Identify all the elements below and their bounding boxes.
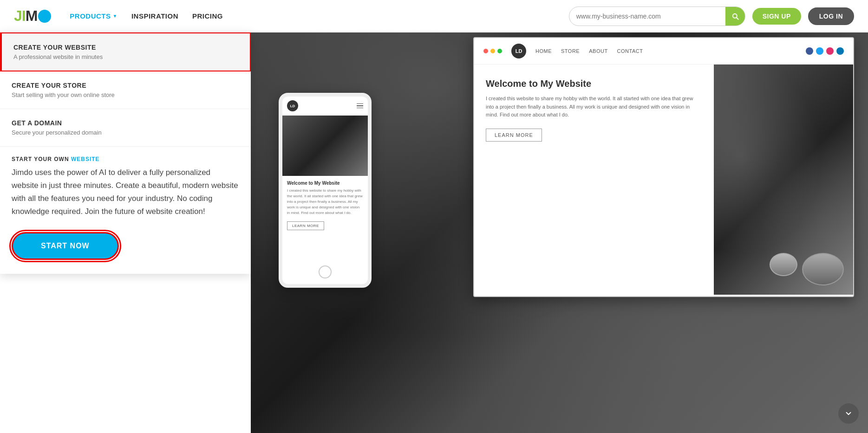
mobile-content-body: I created this website to share my hobby…	[287, 188, 363, 216]
mockup-social-icons	[806, 47, 844, 55]
header-right: SIGN UP LOG IN	[569, 6, 854, 26]
mobile-learn-more: LEARN MORE	[287, 221, 324, 230]
main-nav: PRODUCTS ▼ INSPIRATION PRICING	[70, 12, 568, 20]
dropdown-item-desc-store: Start selling with your own online store	[12, 91, 239, 98]
login-button[interactable]: LOG IN	[808, 7, 854, 25]
nav-inspiration[interactable]: INSPIRATION	[131, 12, 178, 20]
cylinder-decoration-large	[802, 253, 844, 285]
search-button[interactable]	[725, 6, 745, 26]
dot-green	[497, 49, 502, 53]
search-bar[interactable]	[569, 6, 745, 26]
mockup-window-controls	[483, 49, 502, 53]
mobile-mockup: LD Welcome to My Website I created this …	[279, 93, 372, 288]
desktop-mockup: LD HOME STORE ABOUT CONTACT Welcome to M…	[473, 37, 854, 297]
nav-products[interactable]: PRODUCTS ▼	[70, 12, 117, 20]
mockup-nav-store: STORE	[561, 48, 580, 54]
dropdown-item-desc-domain: Secure your personalized domain	[12, 129, 239, 136]
chevron-down-icon	[844, 409, 853, 418]
mobile-hero-image	[282, 116, 368, 176]
dropdown-item-title-store: CREATE YOUR STORE	[12, 82, 239, 89]
mockup-logo: LD	[511, 44, 526, 58]
mobile-logo: LD	[287, 100, 298, 111]
nav-pricing[interactable]: PRICING	[192, 12, 223, 20]
social-icon-2	[816, 47, 823, 55]
chevron-down-icon: ▼	[113, 13, 117, 19]
scroll-down-button[interactable]	[838, 403, 859, 424]
social-icon-4	[836, 47, 844, 55]
search-input[interactable]	[569, 13, 725, 20]
dot-yellow	[490, 49, 495, 53]
mockup-hero-content: Welcome to My Website I created this web…	[474, 65, 853, 295]
mockup-learn-more: LEARN MORE	[486, 129, 542, 142]
logo[interactable]: JIM	[14, 7, 51, 25]
mockup-nav-contact: CONTACT	[617, 48, 643, 54]
cylinder-decoration-small	[770, 253, 797, 276]
hamburger-line-3	[357, 108, 363, 109]
logo-circle	[38, 10, 51, 23]
header: JIM PRODUCTS ▼ INSPIRATION PRICING SIGN …	[0, 0, 868, 32]
mockup-nav-links: HOME STORE ABOUT CONTACT	[535, 48, 643, 54]
mockup-hero-image	[714, 65, 853, 295]
social-icon-3	[826, 47, 834, 55]
mockup-nav-about: ABOUT	[589, 48, 607, 54]
dropdown-item-title-domain: GET A DOMAIN	[12, 119, 239, 127]
dropdown-item-desc-website: A professional website in minutes	[13, 53, 238, 60]
start-now-button[interactable]: START NOW	[12, 232, 119, 260]
hamburger-line-1	[357, 103, 363, 104]
hero-area: LD HOME STORE ABOUT CONTACT Welcome to M…	[251, 0, 868, 433]
mockup-hero-text-area: Welcome to My Website I created this web…	[474, 65, 714, 295]
dropdown-item-domain[interactable]: GET A DOMAIN Secure your personalized do…	[0, 109, 251, 147]
mobile-content-title: Welcome to My Website	[287, 181, 363, 186]
logo-ji: JI	[14, 7, 26, 24]
dropdown-item-store[interactable]: CREATE YOUR STORE Start selling with you…	[0, 71, 251, 109]
dot-red	[483, 49, 488, 53]
mockup-hero-title: Welcome to My Website	[486, 78, 702, 89]
search-icon	[731, 12, 739, 20]
main-content-left: START YOUR OWN WEBSITE Jimdo uses the po…	[0, 147, 251, 274]
mockup-hero-body: I created this website to share my hobby…	[486, 95, 702, 119]
signup-button[interactable]: SIGN UP	[752, 8, 801, 25]
mockup-nav-home: HOME	[535, 48, 552, 54]
dropdown-item-website[interactable]: CREATE YOUR WEBSITE A professional websi…	[0, 32, 251, 71]
mobile-hamburger-icon	[357, 103, 363, 109]
hamburger-line-2	[357, 105, 363, 106]
section-subtitle: START YOUR OWN WEBSITE	[12, 156, 239, 162]
mobile-nav: LD	[282, 97, 368, 116]
social-icon-1	[806, 47, 813, 55]
mobile-home-button	[319, 265, 332, 278]
products-dropdown: CREATE YOUR WEBSITE A professional websi…	[0, 32, 251, 274]
section-body-text: Jimdo uses the power of AI to deliver a …	[12, 166, 239, 218]
logo-m: M	[26, 7, 38, 24]
mobile-content-area: Welcome to My Website I created this web…	[282, 176, 368, 235]
mockup-nav: LD HOME STORE ABOUT CONTACT	[474, 38, 853, 65]
dropdown-item-title-website: CREATE YOUR WEBSITE	[13, 44, 238, 51]
